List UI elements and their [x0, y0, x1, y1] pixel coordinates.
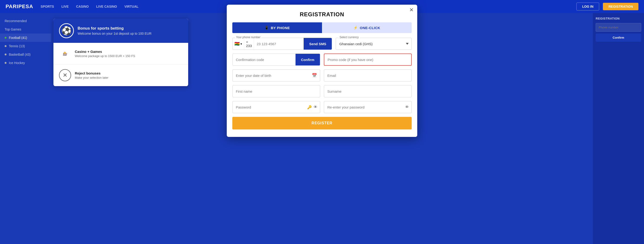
nav-casino[interactable]: CASINO	[76, 5, 89, 8]
sidebar-football[interactable]: Football (41)	[0, 34, 51, 42]
bonus-title: Bonus for sports betting	[78, 26, 152, 31]
dob-input[interactable]	[232, 69, 320, 81]
firstname-input[interactable]	[232, 85, 320, 97]
email-input[interactable]	[324, 69, 412, 81]
logo: PARIPESA	[6, 4, 33, 10]
ice-hockey-dot	[5, 62, 6, 64]
nav-virtual[interactable]: VIRTUAL	[124, 5, 138, 8]
eye-slash-icon[interactable]: 👁	[314, 105, 317, 109]
sidebar-tennis[interactable]: Tennis (13)	[0, 42, 51, 50]
reject-bonus-text: Reject bonuses Make your selection later	[75, 71, 108, 79]
register-button[interactable]: REGISTER	[232, 117, 412, 130]
dob-email-row: 📅	[232, 69, 412, 81]
tab-row: 📱 BY PHONE ⚡ ONE-CLICK	[232, 22, 412, 33]
reject-bonus-title: Reject bonuses	[75, 71, 108, 75]
surname-input[interactable]	[324, 85, 412, 97]
confirmation-promo-row: Confirm	[232, 54, 412, 66]
email-group	[324, 69, 412, 81]
casino-bonus-title: Casino + Games	[75, 50, 135, 54]
phone-flag-selector[interactable]: 🇬🇭 ▾	[232, 38, 244, 50]
casino-bonus-desc: Welcome package up to 1500 EUR + 150 FS	[75, 54, 135, 58]
tab-one-click[interactable]: ⚡ ONE-CLICK	[322, 22, 412, 33]
right-sidebar: REGISTRATION Confirm	[593, 13, 644, 244]
casino-icon: 🎰	[59, 48, 71, 60]
reject-bonus-option[interactable]: ✕ Reject bonuses Make your selection lat…	[54, 64, 188, 86]
form-section: Your phone number 🇬🇭 ▾ + 233 Send SMS Se…	[227, 38, 417, 113]
bonus-header: ⚽ Bonus for sports betting Welcome bonus…	[54, 19, 188, 43]
tab-by-phone[interactable]: 📱 BY PHONE	[232, 22, 322, 33]
sidebar-recommended[interactable]: Recommended	[0, 17, 51, 25]
name-row	[232, 85, 412, 97]
phone-number-input[interactable]	[254, 38, 304, 50]
sidebar-recommended-label: Recommended	[5, 19, 27, 23]
sidebar-basketball-label: Basketball (43)	[9, 53, 30, 56]
casino-bonus-text: Casino + Games Welcome package up to 150…	[75, 50, 135, 58]
calendar-icon: 📅	[312, 73, 317, 78]
tennis-dot	[5, 45, 6, 47]
nav-right: LOG IN REGISTRATION	[576, 3, 638, 11]
dob-group: 📅	[232, 69, 320, 81]
currency-group: Select currency Ghanaian cedi (GHS) USD …	[336, 38, 412, 50]
reject-bonus-desc: Make your selection later	[75, 76, 108, 79]
nav-sports[interactable]: SPORTS	[41, 5, 54, 8]
phone-input-row: 🇬🇭 ▾ + 233 Send SMS	[232, 38, 332, 50]
promo-group	[324, 54, 412, 66]
chevron-down-icon: ▾	[240, 42, 242, 46]
surname-group	[324, 85, 412, 97]
firstname-group	[232, 85, 320, 97]
currency-label: Select currency	[338, 36, 360, 39]
confirm-button[interactable]: Confirm	[296, 54, 320, 65]
promo-code-input[interactable]	[324, 54, 412, 66]
left-sidebar: Recommended Top Games Football (41) Tenn…	[0, 13, 51, 244]
bonus-panel: ⚽ Bonus for sports betting Welcome bonus…	[54, 19, 188, 86]
password-row: 🔑 👁 👁	[232, 101, 412, 113]
right-input-1[interactable]	[596, 23, 641, 32]
reenter-eye-icon[interactable]: 👁	[405, 105, 409, 109]
password-icons: 🔑 👁	[307, 105, 317, 109]
sidebar-top-games[interactable]: Top Games	[0, 25, 51, 34]
sidebar-basketball[interactable]: Basketball (43)	[0, 50, 51, 59]
bonus-header-text: Bonus for sports betting Welcome bonus o…	[78, 26, 152, 35]
reenter-password-icons: 👁	[405, 105, 409, 109]
phone-tab-label: BY PHONE	[271, 26, 290, 30]
right-confirm-button[interactable]: Confirm	[596, 34, 641, 42]
confirmation-code-input[interactable]	[232, 54, 296, 65]
right-sidebar-title: REGISTRATION	[596, 17, 641, 20]
phone-label: Your phone number	[235, 36, 261, 39]
flag-emoji: 🇬🇭	[234, 41, 240, 46]
phone-currency-row: Your phone number 🇬🇭 ▾ + 233 Send SMS Se…	[232, 38, 412, 50]
currency-select[interactable]: Ghanaian cedi (GHS) USD EUR	[336, 38, 412, 50]
phone-group: Your phone number 🇬🇭 ▾ + 233 Send SMS	[232, 38, 332, 50]
register-nav-button[interactable]: REGISTRATION	[603, 3, 638, 10]
football-dot	[5, 37, 6, 39]
sidebar-ice-hockey[interactable]: Ice Hockey	[0, 59, 51, 67]
nav-live-casino[interactable]: LIVE CASINO	[96, 5, 117, 8]
soccer-ball-icon: ⚽	[59, 23, 74, 38]
sidebar-football-label: Football (41)	[9, 36, 27, 40]
send-sms-button[interactable]: Send SMS	[304, 38, 332, 50]
phone-tab-icon: 📱	[264, 26, 269, 30]
reject-icon: ✕	[59, 69, 71, 81]
nav-live[interactable]: LIVE	[61, 5, 68, 8]
basketball-dot	[5, 54, 6, 55]
confirmation-group: Confirm	[232, 54, 320, 66]
sidebar-tennis-label: Tennis (13)	[9, 44, 25, 48]
reenter-password-group: 👁	[324, 101, 412, 113]
registration-modal: ✕ REGISTRATION 📱 BY PHONE ⚡ ONE-CLICK Yo…	[227, 5, 417, 137]
reenter-password-input[interactable]	[324, 101, 412, 113]
key-icon: 🔑	[307, 105, 312, 109]
one-click-tab-icon: ⚡	[353, 26, 358, 30]
login-button[interactable]: LOG IN	[576, 3, 599, 11]
one-click-tab-label: ONE-CLICK	[360, 26, 380, 30]
phone-code: + 233	[244, 38, 254, 50]
confirmation-input-row: Confirm	[232, 54, 320, 66]
sidebar-top-games-label: Top Games	[5, 28, 21, 31]
modal-title: REGISTRATION	[227, 5, 417, 22]
close-button[interactable]: ✕	[409, 8, 414, 13]
password-group: 🔑 👁	[232, 101, 320, 113]
sidebar-ice-hockey-label: Ice Hockey	[9, 61, 25, 65]
casino-bonus-option[interactable]: 🎰 Casino + Games Welcome package up to 1…	[54, 43, 188, 64]
bonus-description: Welcome bonus on your 1st deposit up to …	[78, 32, 152, 35]
